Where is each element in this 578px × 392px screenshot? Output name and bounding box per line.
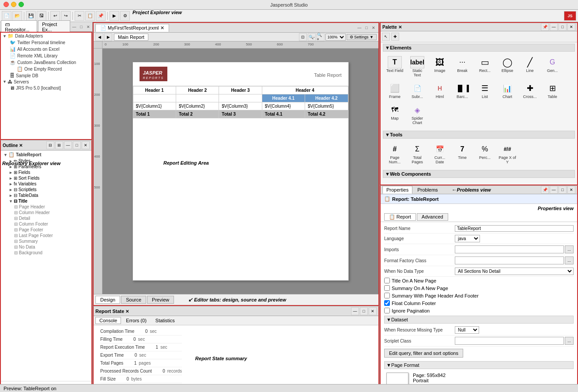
toolbar-run-btn[interactable]: ▶ — [110, 11, 119, 21]
resource-missing-select[interactable]: Null Empty Key — [455, 326, 479, 334]
editor-tab-file[interactable]: 📄 MyFirstTestReport.jrxml ✕ — [95, 24, 169, 32]
maximize-view-btn[interactable]: □ — [78, 24, 84, 30]
props-max-btn[interactable]: □ — [559, 186, 567, 194]
zoom-fit-btn[interactable]: ⊡ — [299, 33, 307, 41]
outline-item-page-header[interactable]: ⊟ Page Header — [2, 204, 91, 210]
zoom-in-btn[interactable]: 🔍+ — [317, 33, 325, 41]
settings-btn[interactable]: ⚙ Settings ▼ — [347, 34, 377, 40]
page-format-section-header[interactable]: ▼ Page Format — [384, 361, 574, 369]
imports-browse-btn[interactable]: ... — [565, 245, 574, 253]
tree-item-remote-xml[interactable]: 📄 Remote XML Library — [1, 53, 91, 59]
outline-item-styles[interactable]: ► ✏ Styles — [2, 158, 91, 164]
palette-min-btn[interactable]: — — [550, 23, 558, 31]
tree-item-sample-db[interactable]: 🗄 Sample DB — [1, 72, 91, 79]
palette-item-percent[interactable]: % Perc... — [474, 141, 495, 166]
toolbar-redo-btn[interactable]: ↪ — [61, 11, 71, 21]
tree-item-twitter[interactable]: 🐦 Twitter Personal timeline — [1, 39, 91, 46]
palette-pin-btn[interactable]: 📌 — [541, 23, 549, 31]
state-max-btn[interactable]: □ — [360, 307, 368, 315]
main-report-tab[interactable]: Main Report — [114, 34, 148, 41]
dataset-section-header[interactable]: ▼ Dataset — [384, 316, 574, 324]
outline-collapse-btn[interactable]: ⊟ — [46, 141, 54, 149]
palette-item-currentdate[interactable]: 📅 Curr... Date — [429, 141, 450, 166]
palette-item-spider[interactable]: ◈ Spider Chart — [407, 102, 428, 127]
imports-input[interactable] — [455, 245, 564, 253]
tab-statistics[interactable]: Statistics — [151, 317, 179, 324]
close-file-icon[interactable]: ✕ — [160, 25, 164, 31]
tab-project-explorer[interactable]: Project Ex... — [38, 20, 70, 33]
format-factory-browse-btn[interactable]: ... — [565, 256, 574, 264]
palette-item-ellipse[interactable]: ◯ Ellipse — [497, 54, 518, 79]
outline-item-page-footer[interactable]: ⊟ Page Footer — [2, 227, 91, 233]
state-close-btn[interactable]: ✕ — [369, 307, 377, 315]
title-new-page-checkbox[interactable] — [384, 278, 390, 283]
palette-item-time[interactable]: 7 Time — [452, 141, 473, 166]
palette-max-btn[interactable]: □ — [559, 23, 567, 31]
tab-properties[interactable]: Properties — [382, 186, 412, 194]
close-button[interactable] — [4, 2, 9, 7]
palette-item-frame[interactable]: ⬜ Frame — [384, 80, 405, 101]
minimize-view-btn[interactable]: — — [71, 24, 77, 30]
outline-item-scriptlets[interactable]: ► ⊟ Scriptlets — [2, 187, 91, 192]
when-no-data-select[interactable]: All Sections No Detail Blank Page No Pag… — [455, 268, 574, 275]
tree-item-excel[interactable]: 📊 All Accounts on Excel — [1, 46, 91, 53]
ignore-pagination-checkbox[interactable] — [384, 308, 390, 313]
toolbar-undo-btn[interactable]: ↩ — [50, 11, 60, 21]
outline-item-detail[interactable]: ⊟ Detail — [2, 215, 91, 221]
editor-max-btn[interactable]: □ — [363, 25, 370, 31]
tab-problems[interactable]: Problems — [413, 186, 442, 194]
outline-item-no-data[interactable]: ⊟ No Data — [2, 244, 91, 250]
toolbar-save-btn[interactable]: 💾 — [26, 11, 36, 21]
toolbar-open-btn[interactable]: 📂 — [12, 11, 22, 21]
tree-item-data-adapters[interactable]: ▼ 📁 Data Adapters — [1, 33, 91, 39]
palette-item-totalpages[interactable]: Σ Total Pages — [407, 141, 428, 166]
outline-item-summary[interactable]: ⊟ Summary — [2, 238, 91, 244]
minimize-button[interactable] — [11, 2, 16, 7]
palette-item-crosstab[interactable]: ✚ Cross... — [519, 80, 540, 101]
outline-max-btn[interactable]: □ — [73, 141, 81, 149]
palette-tool2-btn[interactable]: ✚ — [391, 33, 399, 41]
outline-item-variables[interactable]: ► fx Variables — [2, 181, 91, 187]
palette-item-html[interactable]: H Html — [429, 80, 450, 101]
subtab-advanced[interactable]: Advanced — [417, 213, 448, 221]
outline-expand-btn[interactable]: ⊞ — [55, 141, 63, 149]
scriplet-class-browse-btn[interactable]: ... — [565, 337, 574, 345]
webcomponents-section-header[interactable]: ▼ Web Components — [383, 170, 575, 178]
outline-item-tablereport[interactable]: ▼ 📋 TableReport — [2, 151, 91, 158]
tree-item-empty-record[interactable]: 📋 One Empty Record — [1, 66, 91, 72]
toolbar-paste-btn[interactable]: 📌 — [96, 11, 106, 21]
editor-close-btn[interactable]: ✕ — [370, 25, 377, 31]
props-min-btn[interactable]: — — [550, 186, 558, 194]
palette-item-pagenum[interactable]: # Page Num... — [384, 141, 405, 166]
format-factory-input[interactable] — [455, 256, 564, 264]
edit-query-btn[interactable]: Edit query, filter and sort options — [384, 349, 463, 358]
maximize-button[interactable] — [19, 2, 24, 7]
scriplet-class-input[interactable] — [455, 337, 564, 345]
outline-item-sort-fields[interactable]: ► ⊞ Sort Fields — [2, 175, 91, 181]
language-select[interactable]: java groovy — [455, 235, 480, 242]
nav-forward-btn[interactable]: ▶ — [104, 33, 112, 41]
window-controls[interactable] — [4, 2, 24, 7]
palette-select-btn[interactable]: ↖ — [382, 33, 390, 41]
outline-min-btn[interactable]: — — [64, 141, 72, 149]
tree-item-servers[interactable]: ▼ 🖧 Servers — [1, 79, 91, 85]
tree-item-javabeans[interactable]: ☕ Custom JavaBeans Collection — [1, 59, 91, 66]
tools-section-header[interactable]: ▼ Tools — [383, 131, 575, 139]
report-name-input[interactable] — [455, 225, 574, 232]
palette-item-image[interactable]: 🖼 Image — [429, 54, 450, 79]
palette-item-generic[interactable]: G Gen... — [542, 54, 563, 79]
tab-console[interactable]: Console — [95, 317, 121, 324]
tab-design[interactable]: Design — [95, 296, 120, 304]
tab-source[interactable]: Source — [121, 296, 146, 304]
nav-back-btn[interactable]: ◀ — [95, 33, 103, 41]
toolbar-cut-btn[interactable]: ✂ — [75, 11, 84, 21]
float-column-footer-checkbox[interactable] — [384, 300, 390, 306]
toolbar-save-all-btn[interactable]: 🖫 — [37, 11, 46, 21]
palette-item-barcode[interactable]: ▐▌▐ Barc... — [452, 80, 473, 101]
summary-with-page-checkbox[interactable] — [384, 293, 390, 298]
props-close-btn[interactable]: ✕ — [567, 186, 575, 194]
palette-item-line[interactable]: ╱ Line — [519, 54, 540, 79]
zoom-out-btn[interactable]: 🔍- — [308, 33, 316, 41]
palette-item-table[interactable]: ⊞ Table — [542, 80, 563, 101]
subtab-report[interactable]: 📋 Report — [384, 213, 416, 221]
